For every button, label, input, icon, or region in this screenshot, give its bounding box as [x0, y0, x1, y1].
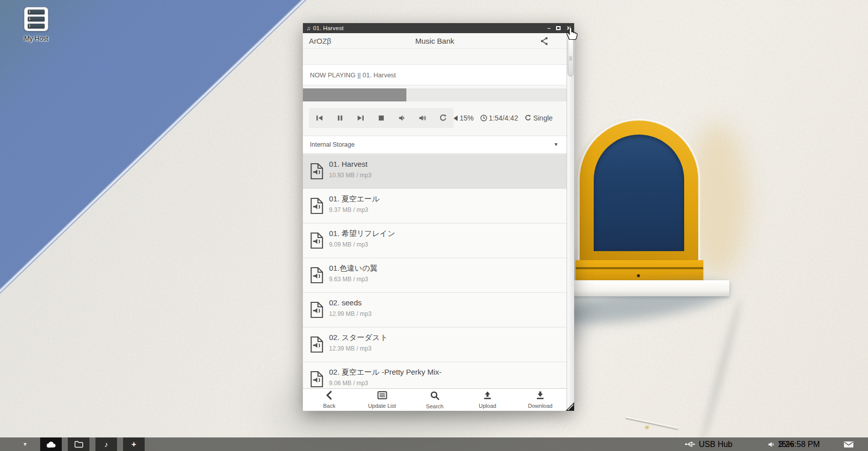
host-slat: [28, 17, 45, 22]
track-row[interactable]: 01. 希望リフレイン 9.09 MB / mp3: [303, 223, 567, 258]
taskbar: ▼ ♪ + USB Hub: [0, 437, 868, 451]
taskbar-item-cloud[interactable]: [40, 437, 62, 451]
track-meta: 9.37 MB / mp3: [329, 206, 368, 213]
wall-window-ledge: [576, 260, 703, 280]
maximize-button[interactable]: [556, 26, 561, 30]
audio-file-icon: [310, 266, 324, 286]
host-slat: [28, 10, 45, 15]
window-titlebar[interactable]: ♫ 01. Harvest – ✕: [303, 23, 574, 33]
scrollbar-grip: [569, 56, 572, 61]
transport-status: 15% 1:54/4:42 Single: [454, 107, 559, 129]
volume-down-button[interactable]: [393, 109, 410, 127]
window-title: 01. Harvest: [313, 25, 344, 31]
minimize-button[interactable]: –: [548, 23, 550, 33]
time-status: 1:54/4:42: [480, 114, 518, 122]
search-button[interactable]: Search: [408, 389, 461, 411]
track-row[interactable]: 02. スターダスト 12.39 MB / mp3: [303, 327, 567, 362]
track-title: 01. 夏空エール: [329, 194, 380, 204]
taskbar-item-files[interactable]: [68, 437, 89, 451]
track-row[interactable]: 01. 夏空エール 9.37 MB / mp3: [303, 189, 567, 223]
stop-button[interactable]: [373, 109, 390, 127]
taskbar-item-add[interactable]: +: [123, 437, 145, 451]
search-icon: [430, 391, 440, 400]
music-note-icon: ♫: [306, 25, 310, 31]
track-title: 02. スターダスト: [329, 333, 388, 343]
taskbar-clock: 3:26:58 PM: [779, 440, 820, 449]
track-meta: 12.99 MB / mp3: [329, 310, 372, 317]
track-title: 01.色違いの翼: [329, 264, 378, 273]
download-button[interactable]: Download: [514, 389, 567, 411]
track-title: 01. 希望リフレイン: [329, 229, 395, 239]
audio-file-icon: [310, 335, 324, 356]
volume-status: 15%: [454, 114, 474, 122]
volume-percent: 15%: [460, 114, 474, 122]
folder-icon: [74, 440, 83, 448]
volume-up-button[interactable]: [414, 109, 431, 127]
progress-bar[interactable]: [303, 88, 567, 101]
transport-button-group: [309, 108, 454, 128]
audio-file-icon: [310, 197, 324, 217]
desktop-icon-label: My Host: [11, 35, 61, 42]
chevron-down-icon: ▼: [554, 142, 559, 147]
close-button[interactable]: ✕: [567, 23, 571, 33]
ledge-groove: [576, 267, 703, 269]
track-row[interactable]: 01.色違いの翼 9.63 MB / mp3: [303, 258, 567, 293]
track-row[interactable]: 01. Harvest 10.93 MB / mp3: [303, 154, 567, 189]
storage-select-value: Internal Storage: [310, 141, 355, 148]
speaker-icon: [768, 441, 775, 447]
wall-window-sill: [572, 280, 729, 296]
window-body: ArOZβ Music Bank NOW PLAYING || 01. Harv…: [303, 33, 567, 411]
plus-icon: +: [132, 440, 136, 449]
taskbar-caret-icon[interactable]: ▼: [18, 437, 32, 451]
audio-file-icon: [310, 232, 324, 252]
cloud-icon: [46, 440, 56, 448]
audio-file-icon: [310, 370, 324, 388]
repeat-button[interactable]: [435, 109, 452, 127]
volume-muted-icon: [454, 116, 458, 121]
window-scrollbar[interactable]: [567, 33, 574, 411]
track-meta: 12.39 MB / mp3: [329, 345, 372, 352]
desktop-icon-my-host[interactable]: My Host: [11, 7, 61, 42]
upload-button[interactable]: Upload: [461, 389, 514, 411]
now-playing-banner: NOW PLAYING || 01. Harvest: [303, 64, 567, 85]
track-list: 01. Harvest 10.93 MB / mp3 01. 夏空エール 9.3…: [303, 154, 567, 388]
taskbar-mail[interactable]: [843, 441, 854, 448]
play-mode-status[interactable]: Single: [524, 114, 553, 122]
resize-handle[interactable]: [566, 402, 574, 411]
clock-icon: [480, 115, 487, 122]
track-row[interactable]: 02. seeds 12.99 MB / mp3: [303, 293, 567, 327]
track-title: 01. Harvest: [329, 160, 368, 168]
taskbar-item-music[interactable]: ♪: [95, 437, 117, 451]
track-meta: 10.93 MB / mp3: [329, 172, 372, 179]
back-label: Back: [303, 403, 356, 409]
track-meta: 9.09 MB / mp3: [329, 241, 368, 248]
download-label: Download: [514, 403, 567, 409]
time-display: 1:54/4:42: [489, 114, 518, 122]
track-title: 02. 夏空エール -Pretty Perky Mix-: [329, 368, 442, 377]
storage-select[interactable]: Internal Storage ▼: [303, 136, 567, 154]
taskbar-usb-hub[interactable]: USB Hub: [685, 440, 732, 449]
update-list-button[interactable]: Update List: [356, 389, 408, 411]
previous-track-button[interactable]: [311, 109, 328, 127]
back-button[interactable]: Back: [303, 389, 356, 411]
next-track-button[interactable]: [352, 109, 369, 127]
wall-window-glass: [594, 135, 684, 251]
page-title: Music Bank: [303, 37, 567, 45]
wall-stain: [645, 426, 649, 429]
envelope-icon: [843, 441, 854, 448]
pause-button[interactable]: [332, 109, 349, 127]
scrollbar-thumb[interactable]: [568, 37, 574, 76]
music-note-icon: ♪: [104, 440, 108, 448]
share-icon[interactable]: [540, 37, 549, 45]
transport-controls: 15% 1:54/4:42 Single: [303, 107, 567, 129]
usb-hub-label: USB Hub: [699, 440, 732, 449]
desktop: My Host ♫ 01. Harvest – ✕ ArOZβ Music Ba…: [0, 0, 868, 451]
window-footer-toolbar: Back Update List Search Upload Download: [303, 388, 567, 411]
app-header: ArOZβ Music Bank: [303, 33, 567, 49]
update-list-label: Update List: [356, 403, 408, 409]
back-icon: [325, 391, 334, 400]
search-label: Search: [408, 403, 461, 409]
track-title: 02. seeds: [329, 298, 362, 307]
ledge-hole: [637, 274, 640, 277]
track-row[interactable]: 02. 夏空エール -Pretty Perky Mix- 9.06 MB / m…: [303, 362, 567, 388]
